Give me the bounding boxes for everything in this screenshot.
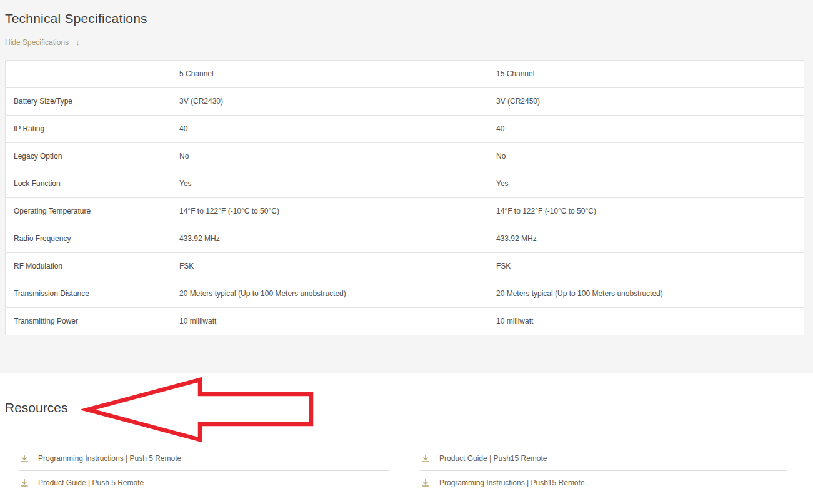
table-row: RF Modulation FSK FSK	[6, 252, 804, 280]
row-label: Transmitting Power	[6, 307, 169, 335]
resources-section: Resources Programming Instructions | Pus…	[0, 373, 813, 504]
cell-15ch: 3V (CR2450)	[486, 87, 804, 115]
cell-15ch: 40	[486, 115, 804, 142]
cell-5ch: 3V (CR2430)	[169, 87, 486, 115]
download-icon	[20, 478, 29, 487]
download-icon	[421, 454, 430, 463]
cell-5ch: 40	[169, 115, 486, 142]
row-label: Operating Temperature	[6, 197, 169, 225]
resource-link-label: Programming Instructions | Push15 Remote	[439, 478, 585, 487]
table-row: Transmitting Power 10 milliwatt 10 milli…	[6, 307, 804, 335]
page-title: Technical Specifications	[5, 11, 804, 26]
cell-5ch: 433.92 MHz	[169, 225, 486, 252]
cell-5ch: 14°F to 122°F (-10°C to 50°C)	[169, 197, 486, 225]
row-label: RF Modulation	[6, 252, 169, 280]
specifications-table: 5 Channel 15 Channel Battery Size/Type 3…	[5, 60, 804, 335]
arrow-down-icon: ↓	[76, 37, 80, 47]
table-row: Operating Temperature 14°F to 122°F (-10…	[6, 197, 804, 225]
row-label: Radio Frequency	[6, 225, 169, 252]
cell-5ch: 10 milliwatt	[169, 307, 486, 335]
cell-5ch: FSK	[169, 252, 486, 280]
resource-link-label: Product Guide | Push 5 Remote	[38, 478, 144, 487]
cell-15ch: No	[486, 142, 804, 170]
table-header-row: 5 Channel 15 Channel	[6, 60, 804, 87]
table-row: Transmission Distance 20 Meters typical …	[6, 280, 804, 307]
row-label: Lock Function	[6, 170, 169, 197]
resource-link-label: Programming Instructions | Push 5 Remote	[38, 454, 181, 463]
specifications-section: Technical Specifications Hide Specificat…	[0, 0, 813, 373]
cell-15ch: 20 Meters typical (Up to 100 Meters unob…	[486, 280, 804, 307]
column-header-15-channel: 15 Channel	[486, 60, 804, 87]
cell-5ch: 20 Meters typical (Up to 100 Meters unob…	[169, 280, 486, 307]
hide-specifications-label: Hide Specifications	[5, 38, 69, 47]
cell-15ch: FSK	[486, 252, 804, 280]
row-label: Transmission Distance	[6, 280, 169, 307]
table-row: IP Rating 40 40	[6, 115, 804, 142]
table-row: Radio Frequency 433.92 MHz 433.92 MHz	[6, 225, 804, 252]
resources-links: Programming Instructions | Push 5 Remote…	[19, 447, 813, 495]
red-arrow-annotation	[81, 377, 317, 445]
download-icon	[421, 478, 430, 487]
cell-15ch: Yes	[486, 170, 804, 197]
download-icon	[20, 454, 29, 463]
cell-15ch: 10 milliwatt	[486, 307, 804, 335]
table-row: Battery Size/Type 3V (CR2430) 3V (CR2450…	[6, 87, 804, 115]
table-row: Legacy Option No No	[6, 142, 804, 170]
resource-link[interactable]: Programming Instructions | Push 5 Remote	[19, 447, 389, 471]
resource-link[interactable]: Product Guide | Push15 Remote	[420, 447, 787, 471]
row-label: Legacy Option	[6, 142, 169, 170]
resource-link-label: Product Guide | Push15 Remote	[439, 454, 547, 463]
resources-column-left: Programming Instructions | Push 5 Remote…	[19, 447, 389, 495]
column-header-5-channel: 5 Channel	[169, 60, 486, 87]
cell-15ch: 14°F to 122°F (-10°C to 50°C)	[486, 197, 804, 225]
hide-specifications-link[interactable]: Hide Specifications ↓	[5, 37, 80, 47]
resource-link[interactable]: Product Guide | Push 5 Remote	[19, 471, 389, 495]
row-label: IP Rating	[6, 115, 169, 142]
cell-15ch: 433.92 MHz	[486, 225, 804, 252]
cell-5ch: No	[169, 142, 486, 170]
resource-link[interactable]: Programming Instructions | Push15 Remote	[420, 471, 787, 495]
row-label: Battery Size/Type	[6, 87, 169, 115]
cell-5ch: Yes	[169, 170, 486, 197]
corner-cell	[6, 60, 169, 87]
table-row: Lock Function Yes Yes	[6, 170, 804, 197]
resources-column-right: Product Guide | Push15 Remote Programmin…	[420, 447, 787, 495]
